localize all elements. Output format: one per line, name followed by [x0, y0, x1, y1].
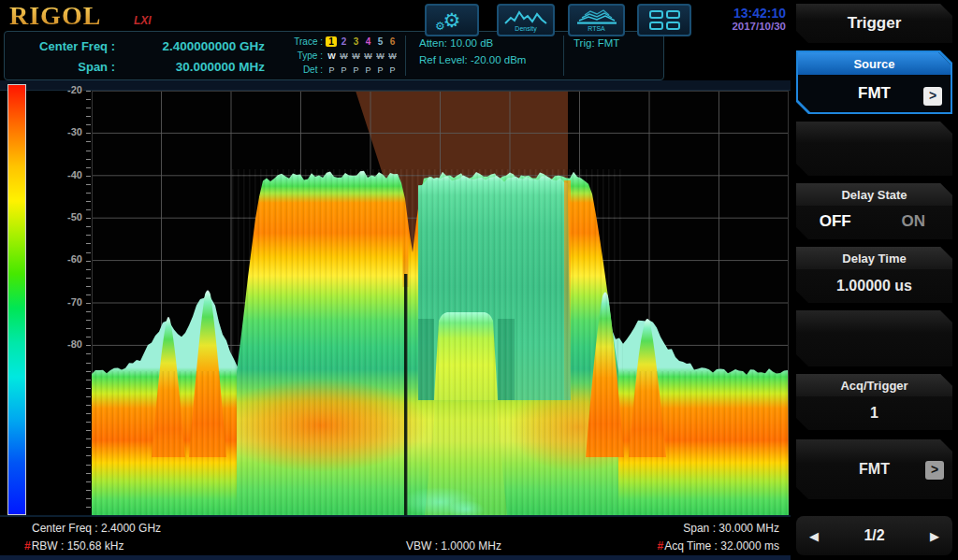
center-freq-label: Center Freq :: [5, 39, 115, 53]
density-label: Density: [515, 25, 536, 32]
status-span: Span : 30.000 MHz: [683, 522, 779, 535]
delay-state-off[interactable]: OFF: [796, 212, 875, 231]
window-layout-button[interactable]: [637, 4, 691, 36]
trace-det-3: P: [350, 65, 362, 75]
trace-4[interactable]: 4: [362, 36, 374, 47]
trig-status: Trig: FMT: [564, 32, 619, 79]
spectrum-display: [92, 91, 789, 515]
trace-type-4: W: [362, 51, 374, 61]
ref-level-value[interactable]: Ref Level: -20.00 dBm: [419, 54, 563, 71]
trace-type-5: W: [374, 51, 386, 61]
y-label--70: -70: [30, 296, 82, 308]
y-label--80: -80: [30, 338, 82, 350]
clock-date: 2017/10/30: [704, 21, 786, 32]
trace-det-6: P: [386, 65, 399, 75]
acq-uncoupled-marker: #: [658, 539, 664, 553]
fmt-submenu-arrow-icon: >: [925, 461, 944, 480]
trace-label: Trace :: [285, 36, 323, 47]
window-layout-icon: [649, 10, 680, 30]
trace-det-4: P: [362, 65, 374, 75]
trace-type-1: W: [326, 51, 338, 61]
trace-2[interactable]: 2: [338, 36, 350, 47]
trace-det-5: P: [374, 65, 386, 75]
blank-softkey-2[interactable]: [796, 310, 952, 366]
y-label--60: -60: [30, 253, 82, 265]
prev-page-icon[interactable]: ◀: [809, 529, 819, 543]
rbw-uncoupled-marker: #: [24, 539, 31, 553]
y-label--40: -40: [30, 169, 82, 180]
trace-type-6: W: [386, 51, 399, 61]
status-bar: Center Freq : 2.4000 GHz Span : 30.000 M…: [0, 515, 791, 560]
freq-block: Center Freq : 2.400000000 GHz Span : 30.…: [5, 32, 285, 79]
y-label--20: -20: [30, 84, 82, 95]
trace-type-3: W: [350, 51, 362, 61]
page-indicator: 1/2: [864, 527, 884, 544]
trigger-menu-sidebar: Trigger Source FMT > Delay State OFF ON …: [791, 0, 958, 560]
source-button[interactable]: Source FMT >: [796, 50, 952, 114]
atten-value[interactable]: Atten: 10.00 dB: [419, 37, 563, 54]
acq-trigger-button[interactable]: Acq/Trigger 1: [796, 374, 952, 430]
status-rbw: #RBW : 150.68 kHz: [24, 539, 123, 553]
trace-block: Trace : 1 2 3 4 5 6 Type : W W W W W W D…: [285, 32, 405, 79]
span-label: Span :: [5, 60, 115, 74]
span-value[interactable]: 30.000000 MHz: [115, 60, 265, 74]
analyzer-screen: RIGOL LXI Center Freq : 2.400000000 GHz …: [0, 0, 958, 560]
rtsa-waterfall-icon: [575, 9, 618, 24]
acq-trigger-label: Acq/Trigger: [796, 374, 952, 396]
acq-trigger-value: 1: [796, 396, 952, 430]
next-page-icon[interactable]: ▶: [930, 529, 939, 543]
rigol-logo: RIGOL: [9, 1, 101, 31]
trace-det-2: P: [338, 65, 350, 75]
trace-6[interactable]: 6: [386, 36, 399, 47]
delay-state-button[interactable]: Delay State OFF ON: [796, 183, 952, 239]
density-waveform-icon: [504, 9, 547, 24]
trace-5[interactable]: 5: [374, 36, 386, 47]
spectrum-plot: [92, 91, 789, 515]
clock-time: 13:42:10: [704, 6, 786, 21]
delay-time-label: Delay Time: [796, 247, 952, 269]
density-view-button[interactable]: Density: [497, 4, 555, 36]
lxi-badge: LXI: [134, 14, 152, 27]
trace-type-label: Type :: [285, 50, 323, 61]
source-label: Source: [798, 52, 951, 75]
status-vbw: VBW : 1.0000 MHz: [406, 539, 501, 553]
atten-block: Atten: 10.00 dB Ref Level: -20.00 dBm: [406, 32, 563, 79]
clock: 13:42:10 2017/10/30: [704, 6, 786, 32]
y-label--30: -30: [30, 126, 82, 137]
measurement-info-panel: Center Freq : 2.400000000 GHz Span : 30.…: [4, 31, 664, 80]
rtsa-view-button[interactable]: RTSA: [568, 4, 625, 36]
settings-button[interactable]: ⚙ ⚙: [425, 4, 479, 36]
trace-det-1: P: [326, 65, 338, 75]
fmt-menu-button[interactable]: FMT >: [796, 439, 952, 499]
delay-time-button[interactable]: Delay Time 1.00000 us: [796, 247, 952, 303]
center-freq-value[interactable]: 2.400000000 GHz: [115, 39, 265, 53]
delay-state-label: Delay State: [796, 183, 952, 206]
gear-small-icon: ⚙: [435, 21, 445, 32]
trace-det-label: Det :: [285, 65, 323, 75]
delay-time-value: 1.00000 us: [796, 269, 952, 303]
trace-type-2: W: [338, 51, 350, 61]
trace-1[interactable]: 1: [326, 36, 337, 47]
status-acq-time: #Acq Time : 32.0000 ms: [658, 539, 779, 553]
submenu-arrow-icon: >: [923, 87, 942, 106]
y-axis-ticks: [86, 91, 91, 515]
menu-title: Trigger: [796, 4, 952, 43]
rtsa-label: RTSA: [588, 25, 605, 32]
y-label--50: -50: [30, 211, 82, 223]
plot-top-strip: [0, 80, 791, 91]
gear-icon: ⚙: [443, 10, 461, 30]
trace-3[interactable]: 3: [350, 36, 362, 47]
status-center-freq: Center Freq : 2.4000 GHz: [32, 522, 161, 535]
blank-softkey-1[interactable]: [796, 122, 952, 176]
density-colorbar: [7, 84, 26, 515]
delay-state-on[interactable]: ON: [875, 212, 953, 231]
page-navigation[interactable]: ◀ 1/2 ▶: [796, 516, 952, 555]
